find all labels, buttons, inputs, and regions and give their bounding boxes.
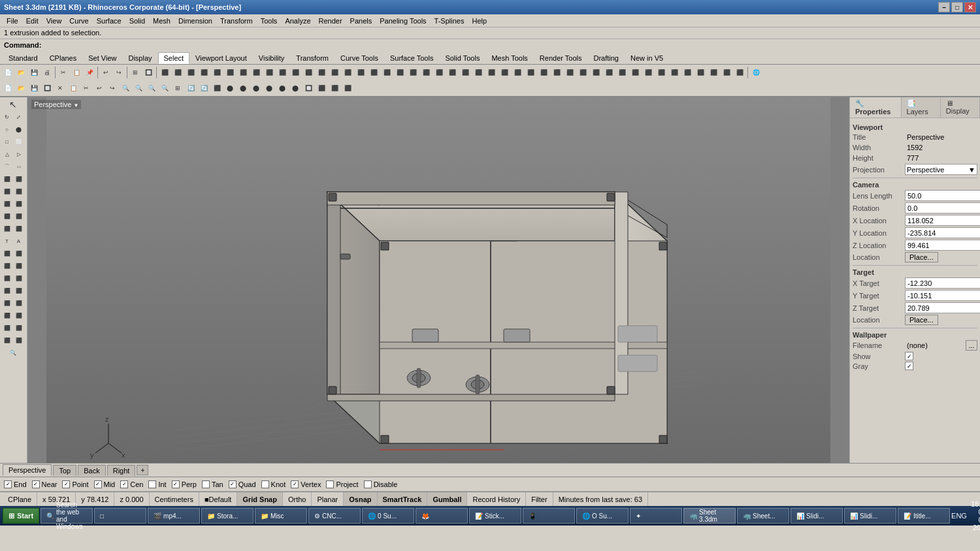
tb-icon-38[interactable]: ⬛: [642, 66, 655, 79]
toolbar-tab-mesh-tools[interactable]: Mesh Tools: [485, 52, 533, 64]
menu-item-analyze[interactable]: Analyze: [281, 16, 314, 26]
select-tool[interactable]: ↖: [1, 99, 25, 110]
lt-19a[interactable]: ⬛: [1, 334, 12, 346]
tb-icon-3[interactable]: ⬛: [184, 66, 197, 79]
lt-18b[interactable]: ⬛: [13, 322, 24, 334]
filename-browse-btn[interactable]: ...: [966, 340, 977, 351]
tb-icon-35[interactable]: ⬛: [602, 66, 615, 79]
tb2-icon-18[interactable]: ⬤: [223, 82, 237, 95]
tb-icon-31[interactable]: ⬛: [550, 66, 563, 79]
toolbar-tab-new-in-v5[interactable]: New in V5: [625, 52, 669, 64]
tb2-icon-7[interactable]: ✂: [80, 82, 93, 95]
lt-8b[interactable]: ⬛: [13, 198, 24, 210]
cut-btn[interactable]: ✂: [57, 66, 70, 79]
osnap-near-cb[interactable]: [32, 480, 40, 488]
tb-icon-21[interactable]: ⬛: [419, 66, 433, 79]
osnap-quad-cb[interactable]: [229, 480, 237, 488]
menu-item-transform[interactable]: Transform: [216, 16, 257, 26]
tb-icon-42[interactable]: ⬛: [694, 66, 707, 79]
lt-5a[interactable]: ⌒: [1, 161, 12, 172]
tb-icon-37[interactable]: ⬛: [629, 66, 642, 79]
sb-planar[interactable]: Planar: [312, 492, 344, 506]
tb-icon-15[interactable]: ⬛: [341, 66, 354, 79]
yloc-input[interactable]: [905, 227, 980, 238]
tb2-icon-22[interactable]: ⬤: [276, 82, 289, 95]
menu-item-view[interactable]: View: [42, 16, 66, 26]
xtgt-input[interactable]: [905, 277, 980, 289]
taskbar-slide1[interactable]: 📊 Slidi...: [791, 508, 843, 524]
taskbar-slide2[interactable]: 📊 Slidi...: [844, 508, 896, 524]
tb-icon-11[interactable]: ⬛: [289, 66, 302, 79]
lt-12a[interactable]: ⬛: [1, 247, 12, 259]
tb-icon-2[interactable]: ⬛: [171, 66, 184, 79]
toolbar-tab-viewport-layout[interactable]: Viewport Layout: [189, 52, 253, 64]
redo-btn[interactable]: ↪: [112, 66, 125, 79]
lt-1b[interactable]: ⤢: [13, 111, 24, 123]
lt-18a[interactable]: ⬛: [1, 322, 12, 334]
viewport-area[interactable]: Perspective ▼: [27, 97, 849, 463]
tb-icon-36[interactable]: ⬛: [615, 66, 629, 79]
lt-7a[interactable]: ⬛: [1, 185, 12, 197]
toolbar-tab-solid-tools[interactable]: Solid Tools: [439, 52, 485, 64]
menu-item-t-splines[interactable]: T-Splines: [431, 16, 468, 26]
taskbar-cnc[interactable]: ⚙ CNC...: [308, 508, 361, 524]
menu-item-curve[interactable]: Curve: [65, 16, 92, 26]
vp-tab-right[interactable]: Right: [107, 465, 136, 476]
tab-layers[interactable]: 📑 Layers: [902, 97, 941, 118]
tb-icon-14[interactable]: ⬛: [328, 66, 341, 79]
grid-btn[interactable]: ⊞: [129, 66, 142, 79]
vp-tab-back[interactable]: Back: [78, 465, 105, 476]
tb-icon-12[interactable]: ⬛: [302, 66, 315, 79]
tb-icon-29[interactable]: ⬛: [524, 66, 537, 79]
taskbar-mp4[interactable]: 🎬 mp4...: [148, 508, 200, 524]
tb-icon-39[interactable]: ⬛: [655, 66, 668, 79]
tb-icon-34[interactable]: ⬛: [589, 66, 602, 79]
sb-cplane[interactable]: CPlane: [3, 492, 37, 506]
osnap-perp-cb[interactable]: [172, 480, 180, 488]
tb-icon-45[interactable]: ⬛: [733, 66, 746, 79]
taskbar-misc[interactable]: 📁 Misc: [255, 508, 307, 524]
lt-17b[interactable]: ⬛: [13, 309, 24, 321]
lt-9b[interactable]: ⬛: [13, 210, 24, 222]
new-btn[interactable]: 📄: [1, 66, 14, 79]
tb-icon-44[interactable]: ⬛: [720, 66, 733, 79]
taskbar-search[interactable]: 🔍 Search the web and Windows: [41, 508, 93, 524]
toolbar-tab-surface-tools[interactable]: Surface Tools: [384, 52, 439, 64]
xloc-input[interactable]: [905, 215, 980, 226]
ztgt-input[interactable]: [905, 302, 980, 313]
menu-item-paneling-tools[interactable]: Paneling Tools: [376, 16, 430, 26]
lt-2b[interactable]: ⬤: [13, 123, 24, 135]
save-btn[interactable]: 💾: [27, 66, 41, 79]
taskbar-task-view[interactable]: □: [94, 508, 146, 524]
osnap-disable-cb[interactable]: [364, 480, 372, 488]
tb-icon-6[interactable]: ⬛: [223, 66, 237, 79]
sb-osnap[interactable]: Osnap: [344, 492, 377, 506]
lt-19b[interactable]: ⬛: [13, 334, 24, 346]
osnap-knot-cb[interactable]: [261, 480, 269, 488]
taskbar-web1[interactable]: 🌐 0 Su...: [362, 508, 414, 524]
target-place-btn[interactable]: Place...: [905, 315, 938, 325]
tb2-icon-11[interactable]: 🔍: [132, 82, 145, 95]
menu-item-tools[interactable]: Tools: [257, 16, 282, 26]
lt-13a[interactable]: ⬛: [1, 260, 12, 272]
lt-14a[interactable]: ⬛: [1, 272, 12, 284]
tb-icon-9[interactable]: ⬛: [263, 66, 276, 79]
tb2-icon-13[interactable]: 🔍: [158, 82, 171, 95]
menu-item-surface[interactable]: Surface: [93, 16, 125, 26]
tb2-icon-25[interactable]: ⬛: [315, 82, 328, 95]
menu-item-solid[interactable]: Solid: [125, 16, 149, 26]
vp-tab-add-btn[interactable]: +: [137, 465, 148, 475]
toolbar-tab-transform[interactable]: Transform: [290, 52, 335, 64]
tb-icon-1[interactable]: ⬛: [158, 66, 171, 79]
tab-properties[interactable]: 🔧 Properties: [850, 97, 902, 118]
lt-14b[interactable]: ⬛: [13, 272, 24, 284]
tb-icon-13[interactable]: ⬛: [315, 66, 328, 79]
toolbar-tab-standard[interactable]: Standard: [3, 52, 44, 64]
undo-btn[interactable]: ↩: [99, 66, 112, 79]
lt-7b[interactable]: ⬛: [13, 185, 24, 197]
open-btn[interactable]: 📂: [14, 66, 27, 79]
toolbar-tab-cplanes[interactable]: CPlanes: [44, 52, 83, 64]
sb-layer[interactable]: ■ Default: [199, 492, 238, 506]
lt-15b[interactable]: ⬛: [13, 285, 24, 296]
taskbar-app10[interactable]: 📱: [523, 508, 575, 524]
